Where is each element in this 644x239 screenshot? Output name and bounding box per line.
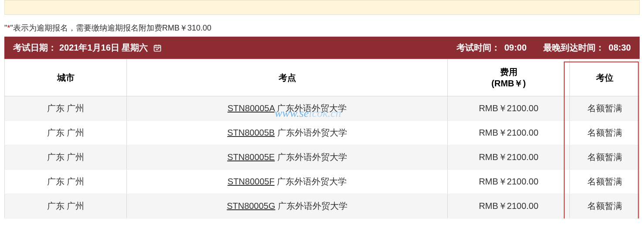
site-code-link[interactable]: STN80005G xyxy=(227,201,275,211)
header-right: 考试时间： 09:00 最晚到达时间： 08:30 xyxy=(457,42,631,54)
cell-site: STN80005F 广东外语外贸大学 xyxy=(127,170,448,194)
svg-rect-0 xyxy=(154,45,161,51)
site-name: 广东外语外贸大学 xyxy=(275,152,347,162)
calendar-icon[interactable] xyxy=(153,44,162,52)
cell-site: STN80005E 广东外语外贸大学 xyxy=(127,145,448,170)
site-name: 广东外语外贸大学 xyxy=(275,201,348,211)
exam-time-value: 09:00 xyxy=(504,43,527,53)
arrive-time-value: 08:30 xyxy=(609,43,631,53)
cell-city: 广东 广州 xyxy=(5,194,127,219)
cell-seat: 名额暂满 xyxy=(570,96,640,121)
site-code-link[interactable]: STN80005B xyxy=(227,128,275,137)
fee-label-line1: 费用 xyxy=(500,67,518,77)
table-row: 广东 广州STN80005F 广东外语外贸大学RMB￥2100.00名额暂满 xyxy=(5,170,640,194)
cell-city: 广东 广州 xyxy=(5,121,127,145)
cell-city: 广东 广州 xyxy=(5,170,127,194)
site-name: 广东外语外贸大学 xyxy=(275,103,347,113)
cell-fee: RMB￥2100.00 xyxy=(448,121,570,145)
cell-seat: 名额暂满 xyxy=(570,145,640,170)
col-header-city: 城市 xyxy=(5,59,127,96)
late-fee-note: "*"表示为逾期报名，需要缴纳逾期报名附加费RMB￥310.00 xyxy=(4,23,640,33)
late-fee-text: "表示为逾期报名，需要缴纳逾期报名附加费RMB￥310.00 xyxy=(10,24,211,32)
cell-seat: 名额暂满 xyxy=(570,170,640,194)
cell-site: STN80005G 广东外语外贸大学 xyxy=(127,194,448,219)
cell-fee: RMB￥2100.00 xyxy=(448,96,570,121)
cell-seat: 名额暂满 xyxy=(570,194,640,219)
table-row: 广东 广州STN80005E 广东外语外贸大学RMB￥2100.00名额暂满 xyxy=(5,145,640,170)
exam-date-label: 考试日期： xyxy=(13,42,57,54)
site-name: 广东外语外贸大学 xyxy=(275,177,347,186)
site-code-link[interactable]: STN80005E xyxy=(227,152,275,162)
cell-site: STN80005B 广东外语外贸大学 xyxy=(127,121,448,145)
site-name: 广东外语外贸大学 xyxy=(275,128,347,137)
table-header-row: 城市 考点 费用 (RMB￥) 考位 xyxy=(5,59,640,96)
exam-header-bar: 考试日期： 2021年1月16日 星期六 考试时间： 09:00 最晚到达时间：… xyxy=(4,37,640,59)
cell-fee: RMB￥2100.00 xyxy=(448,194,570,219)
fee-label-line2: (RMB￥) xyxy=(491,79,526,88)
table-row: 广东 广州STN80005G 广东外语外贸大学RMB￥2100.00名额暂满 xyxy=(5,194,640,219)
cell-fee: RMB￥2100.00 xyxy=(448,170,570,194)
table-row: 广东 广州STN80005B 广东外语外贸大学RMB￥2100.00名额暂满 xyxy=(5,121,640,145)
arrive-time-label: 最晚到达时间： xyxy=(543,42,604,54)
col-header-seat: 考位 xyxy=(570,59,640,96)
table-wrapper: 城市 考点 费用 (RMB￥) 考位 广东 广州STN80005A 广东外语外贸… xyxy=(4,59,640,219)
col-header-site: 考点 xyxy=(127,59,448,96)
notice-banner xyxy=(4,0,640,15)
exam-time-label: 考试时间： xyxy=(457,42,500,54)
cell-city: 广东 广州 xyxy=(5,96,127,121)
col-header-fee: 费用 (RMB￥) xyxy=(448,59,570,96)
header-left: 考试日期： 2021年1月16日 星期六 xyxy=(13,42,162,54)
exam-date-value: 2021年1月16日 星期六 xyxy=(59,42,148,54)
exam-sites-table: 城市 考点 费用 (RMB￥) 考位 广东 广州STN80005A 广东外语外贸… xyxy=(4,59,640,219)
cell-fee: RMB￥2100.00 xyxy=(448,145,570,170)
cell-city: 广东 广州 xyxy=(5,145,127,170)
cell-seat: 名额暂满 xyxy=(570,121,640,145)
cell-site: STN80005A 广东外语外贸大学 xyxy=(127,96,448,121)
table-row: 广东 广州STN80005A 广东外语外贸大学RMB￥2100.00名额暂满 xyxy=(5,96,640,121)
site-code-link[interactable]: STN80005A xyxy=(228,103,275,113)
site-code-link[interactable]: STN80005F xyxy=(228,177,275,186)
